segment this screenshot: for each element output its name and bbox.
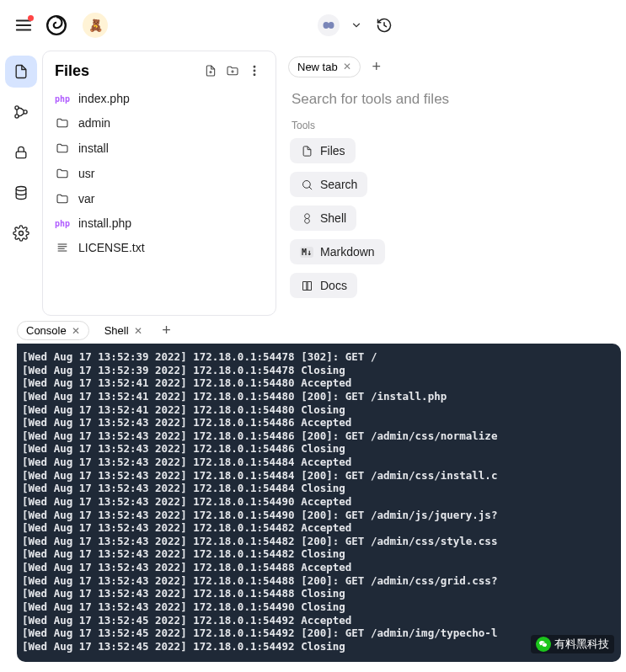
file-label: var [78, 192, 94, 205]
shell-icon [300, 211, 313, 225]
rail-files[interactable] [5, 56, 37, 88]
svg-point-8 [19, 232, 24, 236]
tool-list: FilesSearchShellM↓MarkdownDocs [288, 138, 626, 298]
top-bar: 🧸 [0, 0, 626, 51]
files-title: Files [55, 62, 198, 80]
history-icon[interactable] [373, 14, 395, 36]
new-folder-icon[interactable] [223, 61, 242, 80]
file-label: install.php [78, 216, 131, 230]
logo-icon [44, 13, 69, 38]
text-file-icon [55, 240, 70, 255]
app-type-badge [318, 14, 340, 36]
tool-label: Shell [320, 211, 346, 225]
svg-point-7 [16, 187, 26, 191]
folder-icon [55, 141, 70, 156]
docs-icon [300, 279, 313, 292]
tool-shell[interactable]: Shell [290, 205, 356, 231]
search-input[interactable]: Search for tools and files [288, 83, 626, 120]
svg-point-10 [254, 70, 255, 72]
avatar[interactable]: 🧸 [83, 13, 108, 38]
bottom-tabs: Console ✕ Shell ✕ + [0, 316, 626, 344]
tab-new[interactable]: New tab ✕ [288, 56, 361, 77]
tool-docs[interactable]: Docs [290, 273, 357, 298]
svg-point-12 [302, 180, 310, 188]
file-label: usr [78, 167, 94, 180]
watermark: 有料黑科技 [531, 635, 614, 653]
close-icon[interactable]: ✕ [134, 325, 142, 337]
svg-point-11 [254, 74, 255, 76]
file-item[interactable]: usr [46, 161, 272, 186]
tool-label: Markdown [320, 245, 375, 259]
folder-icon [55, 191, 70, 206]
file-item[interactable]: phpinstall.php [46, 211, 272, 235]
close-icon[interactable]: ✕ [72, 325, 80, 337]
watermark-text: 有料黑科技 [554, 637, 609, 652]
svg-rect-6 [16, 152, 26, 158]
rail-version-control[interactable] [5, 96, 37, 128]
file-item[interactable]: admin [46, 110, 272, 136]
main-area: Files phpindex.phpadmininstallusrvarphpi… [0, 51, 626, 316]
file-list: phpindex.phpadmininstallusrvarphpinstall… [43, 87, 276, 260]
files-panel: Files phpindex.phpadmininstallusrvarphpi… [42, 51, 276, 316]
tool-markdown[interactable]: M↓Markdown [290, 239, 385, 264]
tab-shell[interactable]: Shell ✕ [96, 322, 151, 339]
tools-heading: Tools [288, 120, 626, 138]
new-file-icon[interactable] [201, 61, 220, 80]
add-bottom-tab-button[interactable]: + [158, 322, 176, 340]
rail-secrets[interactable] [5, 136, 37, 168]
add-tab-button[interactable]: + [367, 57, 386, 76]
tab-label: Shell [104, 324, 129, 337]
search-icon [300, 178, 313, 191]
console-output[interactable]: [Wed Aug 17 13:52:39 2022] 172.18.0.1:54… [17, 344, 621, 662]
svg-point-3 [15, 106, 19, 109]
right-panel: New tab ✕ + Search for tools and files T… [276, 51, 626, 316]
php-icon: php [55, 94, 70, 104]
file-item[interactable]: var [46, 186, 272, 211]
tab-label: New tab [297, 61, 338, 73]
svg-point-0 [47, 16, 66, 35]
svg-point-2 [329, 22, 334, 29]
wechat-icon [536, 637, 551, 652]
close-icon[interactable]: ✕ [343, 61, 351, 72]
tab-row: New tab ✕ + [288, 51, 626, 83]
file-label: admin [78, 116, 110, 130]
file-item[interactable]: LICENSE.txt [46, 235, 272, 260]
menu-button[interactable] [12, 13, 35, 37]
file-icon [300, 144, 313, 157]
chevron-down-icon[interactable] [348, 17, 365, 34]
notification-dot [28, 15, 34, 21]
php-icon: php [55, 219, 70, 228]
tool-label: Search [320, 178, 357, 191]
more-icon[interactable] [245, 61, 264, 80]
svg-point-5 [24, 110, 27, 114]
svg-point-9 [254, 66, 255, 67]
tool-label: Docs [320, 279, 347, 292]
svg-point-4 [15, 115, 19, 118]
folder-icon [55, 166, 70, 181]
file-label: LICENSE.txt [78, 241, 145, 254]
tool-label: Files [320, 144, 345, 157]
tab-console[interactable]: Console ✕ [17, 321, 89, 340]
file-item[interactable]: install [46, 136, 272, 161]
tool-search[interactable]: Search [290, 172, 367, 197]
markdown-icon: M↓ [300, 247, 313, 258]
tool-files[interactable]: Files [290, 138, 356, 163]
svg-point-1 [324, 22, 329, 29]
tab-label: Console [26, 324, 67, 337]
side-rail [0, 51, 42, 316]
rail-settings[interactable] [5, 217, 37, 249]
file-item[interactable]: phpindex.php [46, 87, 272, 110]
file-label: index.php [78, 92, 130, 105]
rail-database[interactable] [5, 177, 37, 209]
folder-icon [55, 115, 70, 131]
file-label: install [78, 141, 109, 155]
